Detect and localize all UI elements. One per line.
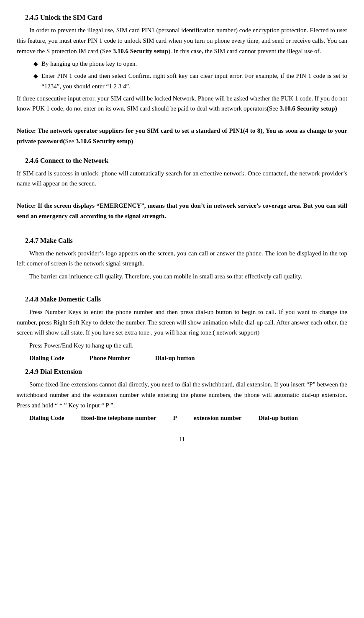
heading-246: 2.4.6 Connect to the Network bbox=[17, 156, 347, 166]
notice-246: Notice: If the screen displays “EMERGENC… bbox=[17, 201, 347, 221]
heading-245: 2.4.5 Unlock the SIM Card bbox=[17, 13, 347, 23]
dial-col1-label: Dialing Code bbox=[29, 353, 64, 363]
heading-249: 2.4.9 Dial Extension bbox=[17, 367, 347, 377]
heading-247: 2.4.7 Make Calls bbox=[17, 236, 347, 246]
bullet-text-2: Enter PIN 1 code and then select Confirm… bbox=[41, 71, 347, 92]
bold-security-2: 3.10.6 Security setup) bbox=[279, 105, 337, 112]
section-247: 2.4.7 Make Calls When the network provid… bbox=[17, 236, 347, 282]
section-248: 2.4.8 Make Domestic Calls Press Number K… bbox=[17, 294, 347, 363]
section-249: 2.4.9 Dial Extension Some fixed-line ext… bbox=[17, 367, 347, 422]
page-number: 11 bbox=[17, 435, 347, 444]
dial-col3-label: Dial-up button bbox=[155, 353, 195, 363]
para-245-2: If three consecutive input error, your S… bbox=[17, 93, 347, 114]
ext-dial-col4-label: extension number bbox=[194, 413, 242, 423]
bullet-text-1: By hanging up the phone key to open. bbox=[41, 59, 347, 69]
section-246: 2.4.6 Connect to the Network If SIM card… bbox=[17, 156, 347, 221]
dial-col2-label: Phone Number bbox=[90, 353, 130, 363]
notice-245: Notice: The network operator suppliers f… bbox=[17, 126, 347, 147]
para-249-1: Some fixed-line extensions cannot dial d… bbox=[17, 379, 347, 410]
dial-table-248: Dialing Code Phone Number Dial-up button bbox=[29, 353, 347, 363]
ext-dial-col3-label: P bbox=[173, 413, 177, 423]
para-247-2: The barrier can influence call quality. … bbox=[17, 271, 347, 282]
ext-dial-col1-label: Dialing Code bbox=[29, 413, 64, 423]
ext-dial-col2-label: fixed-line telephone number bbox=[81, 413, 156, 423]
para-248-2: Press Power/End Key to hang up the call. bbox=[17, 340, 347, 351]
dial-table-249: Dialing Code fixed-line telephone number… bbox=[29, 413, 347, 423]
para-245-1: In order to prevent the illegal use, SIM… bbox=[17, 25, 347, 56]
bullet-item-1: ◆ By hanging up the phone key to open. bbox=[33, 59, 347, 69]
heading-248: 2.4.8 Make Domestic Calls bbox=[17, 294, 347, 304]
bullet-item-2: ◆ Enter PIN 1 code and then select Confi… bbox=[33, 71, 347, 92]
bullet-diamond-icon-1: ◆ bbox=[33, 59, 38, 68]
section-245: 2.4.5 Unlock the SIM Card In order to pr… bbox=[17, 13, 347, 147]
ext-dial-col5-label: Dial-up button bbox=[259, 413, 298, 423]
para-247-1: When the network provider’s logo appears… bbox=[17, 248, 347, 269]
para-246-1: If SIM card is success in unlock, phone … bbox=[17, 168, 347, 189]
bold-security-1: 3.10.6 Security setup bbox=[113, 48, 169, 54]
para-248-1: Press Number Keys to enter the phone num… bbox=[17, 307, 347, 338]
bullet-diamond-icon-2: ◆ bbox=[33, 72, 38, 80]
